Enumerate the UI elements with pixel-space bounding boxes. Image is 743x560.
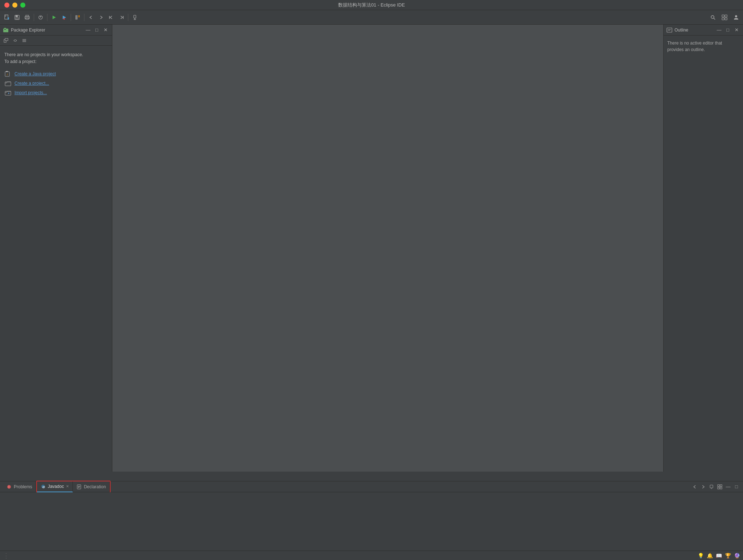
separator-4 (84, 14, 84, 21)
next-edit-button[interactable] (117, 13, 126, 22)
minimize-button[interactable] (12, 3, 17, 8)
person-button[interactable] (731, 13, 741, 22)
svg-rect-37 (6, 71, 8, 72)
outline-close-button[interactable]: ✕ (733, 26, 740, 34)
tab-problems[interactable]: ! Problems (3, 481, 36, 492)
outline-actions: — □ ✕ (715, 26, 740, 34)
save-button[interactable] (12, 13, 22, 22)
bottom-tabs-bar: ! Problems @ Javadoc ✕ (0, 481, 743, 492)
package-explorer-label: Package Explorer (11, 28, 45, 33)
search-button[interactable] (708, 13, 718, 22)
forward-button[interactable] (96, 13, 106, 22)
package-explorer-panel: Package Explorer — □ ✕ (0, 25, 112, 472)
pin-button[interactable] (130, 13, 140, 22)
svg-text:!: ! (9, 486, 9, 488)
maximize-button[interactable] (20, 3, 25, 8)
package-explorer-icon (3, 27, 9, 33)
new-button[interactable] (2, 13, 12, 22)
svg-rect-39 (5, 82, 11, 86)
import-projects-link[interactable]: Import projects... (4, 89, 108, 96)
trophy-icon[interactable]: 🏆 (725, 553, 731, 559)
collapse-all-button[interactable] (2, 37, 10, 45)
workspace-links: J Create a Java project Create a project… (4, 70, 108, 96)
import-projects-label: Import projects... (14, 90, 47, 95)
svg-rect-18 (134, 15, 136, 18)
svg-line-22 (714, 18, 715, 20)
create-project-label: Create a project... (14, 81, 49, 86)
status-bar: ⋮ 💡 🔔 📖 🏆 🔮 (0, 551, 743, 560)
create-java-project-link[interactable]: J Create a Java project (4, 70, 108, 78)
package-explorer-title: Package Explorer (3, 27, 82, 33)
separator-5 (128, 14, 128, 21)
problems-label: Problems (14, 484, 32, 489)
svg-rect-56 (720, 485, 722, 486)
svg-point-13 (63, 18, 65, 20)
javadoc-close-button[interactable]: ✕ (66, 484, 69, 488)
svg-rect-0 (5, 15, 8, 19)
tab-declaration[interactable]: Declaration (73, 481, 110, 492)
lightbulb-icon[interactable]: 💡 (698, 553, 704, 559)
svg-text:@: @ (42, 485, 45, 488)
svg-rect-58 (720, 487, 722, 489)
svg-rect-15 (78, 15, 80, 17)
run-button[interactable] (49, 13, 59, 22)
declaration-icon (76, 484, 82, 489)
outline-title: Outline (667, 27, 713, 33)
debug-button[interactable] (59, 13, 69, 22)
title-bar: 数据结构与算法01 - Eclipse IDE (0, 0, 743, 10)
separator-3 (71, 14, 71, 21)
window-controls (4, 3, 25, 8)
perspective-icon[interactable]: 🔮 (734, 553, 740, 559)
create-project-icon (4, 80, 12, 87)
create-java-icon: J (4, 70, 12, 78)
print-button[interactable] (22, 13, 32, 22)
close-panel-button[interactable]: ✕ (102, 26, 109, 34)
build-button[interactable] (36, 13, 45, 22)
minimize-panel-button[interactable]: — (84, 26, 92, 34)
panels-row: Package Explorer — □ ✕ (0, 25, 743, 472)
svg-rect-40 (5, 91, 11, 95)
bottom-nav-back-button[interactable] (691, 483, 698, 490)
bottom-maximize-button[interactable]: □ (733, 483, 740, 490)
separator-2 (47, 14, 47, 21)
svg-rect-53 (710, 485, 713, 488)
notification-icon[interactable]: 🔔 (707, 553, 713, 559)
bottom-nav-forward-button[interactable] (700, 483, 707, 490)
svg-marker-41 (8, 93, 9, 94)
svg-marker-3 (8, 17, 9, 20)
toolbar-search (708, 13, 741, 22)
bottom-view-button[interactable] (716, 483, 723, 490)
outline-maximize-button[interactable]: □ (724, 26, 731, 34)
create-project-link[interactable]: Create a project... (4, 80, 108, 87)
import-icon (4, 89, 12, 96)
svg-rect-24 (725, 15, 727, 17)
bottom-content-area (0, 492, 743, 560)
svg-point-21 (711, 16, 714, 18)
view-menu-button[interactable] (20, 37, 28, 45)
external-tools-button[interactable] (73, 13, 82, 22)
close-button[interactable] (4, 3, 9, 8)
svg-point-27 (735, 15, 737, 17)
perspectives-button[interactable] (720, 13, 729, 22)
svg-rect-23 (722, 15, 724, 17)
problems-icon: ! (7, 484, 12, 489)
status-divider: ⋮ (3, 552, 9, 560)
editor-canvas[interactable] (112, 25, 663, 472)
bottom-minimize-button[interactable]: — (725, 483, 732, 490)
workspace-empty-message: There are no projects in your workspace.… (4, 51, 108, 65)
editor-area (112, 25, 663, 472)
outline-minimize-button[interactable]: — (715, 26, 723, 34)
tab-javadoc[interactable]: @ Javadoc ✕ (37, 481, 73, 492)
svg-rect-26 (725, 18, 727, 20)
workspace-content: There are no projects in your workspace.… (0, 46, 112, 472)
maximize-panel-button[interactable]: □ (93, 26, 100, 34)
declaration-label: Declaration (84, 484, 106, 489)
package-explorer-header: Package Explorer — □ ✕ (0, 25, 112, 35)
link-with-editor-button[interactable] (11, 37, 19, 45)
book-icon[interactable]: 📖 (716, 553, 722, 559)
bottom-pin-button[interactable] (708, 483, 715, 490)
back-button[interactable] (86, 13, 96, 22)
prev-edit-button[interactable] (107, 13, 116, 22)
svg-rect-55 (718, 485, 719, 486)
outline-label: Outline (674, 28, 688, 33)
